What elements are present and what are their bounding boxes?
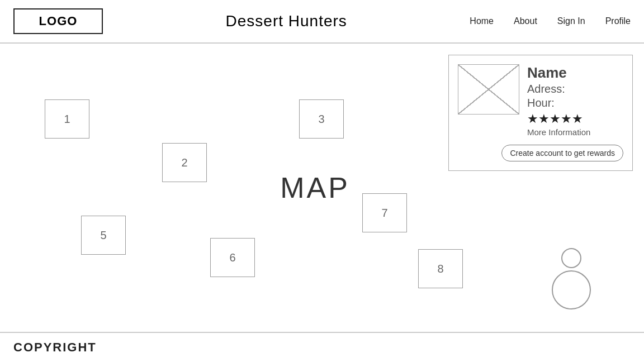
header: LOGO Dessert Hunters Home About Sign In … xyxy=(0,0,644,44)
info-panel-top: Name Adress: Hour: ★★★★★ More Informatio… xyxy=(458,64,623,137)
more-info-link[interactable]: More Information xyxy=(527,127,623,137)
venue-stars: ★★★★★ xyxy=(527,112,623,126)
copyright-text: COPYRIGHT xyxy=(13,340,97,355)
user-avatar-wireframe xyxy=(549,248,594,315)
map-label: MAP xyxy=(280,171,350,204)
site-title: Dessert Hunters xyxy=(103,12,470,30)
map-marker-3[interactable]: 3 xyxy=(299,99,344,139)
main-content: MAP 1 2 3 5 6 7 8 Name Adress: Hour: ★★★… xyxy=(0,44,644,333)
map-marker-1[interactable]: 1 xyxy=(45,99,89,139)
nav: Home About Sign In Profile xyxy=(470,16,631,26)
nav-home[interactable]: Home xyxy=(470,16,494,26)
avatar-body xyxy=(552,270,591,309)
map-marker-7[interactable]: 7 xyxy=(362,193,407,232)
venue-name: Name xyxy=(527,64,623,82)
map-marker-5[interactable]: 5 xyxy=(81,216,126,255)
info-panel: Name Adress: Hour: ★★★★★ More Informatio… xyxy=(448,55,633,171)
footer: COPYRIGHT xyxy=(0,333,644,362)
avatar-head xyxy=(561,248,581,268)
logo: LOGO xyxy=(13,8,103,34)
map-marker-2[interactable]: 2 xyxy=(162,143,207,182)
venue-hour: Hour: xyxy=(527,97,623,109)
nav-profile[interactable]: Profile xyxy=(605,16,631,26)
create-account-button[interactable]: Create account to get rewards xyxy=(501,145,623,161)
nav-about[interactable]: About xyxy=(514,16,537,26)
info-text: Name Adress: Hour: ★★★★★ More Informatio… xyxy=(527,64,623,137)
nav-sign-in[interactable]: Sign In xyxy=(557,16,585,26)
map-marker-6[interactable]: 6 xyxy=(210,238,255,277)
venue-image xyxy=(458,64,519,115)
venue-address: Adress: xyxy=(527,83,623,96)
map-marker-8[interactable]: 8 xyxy=(418,249,463,288)
